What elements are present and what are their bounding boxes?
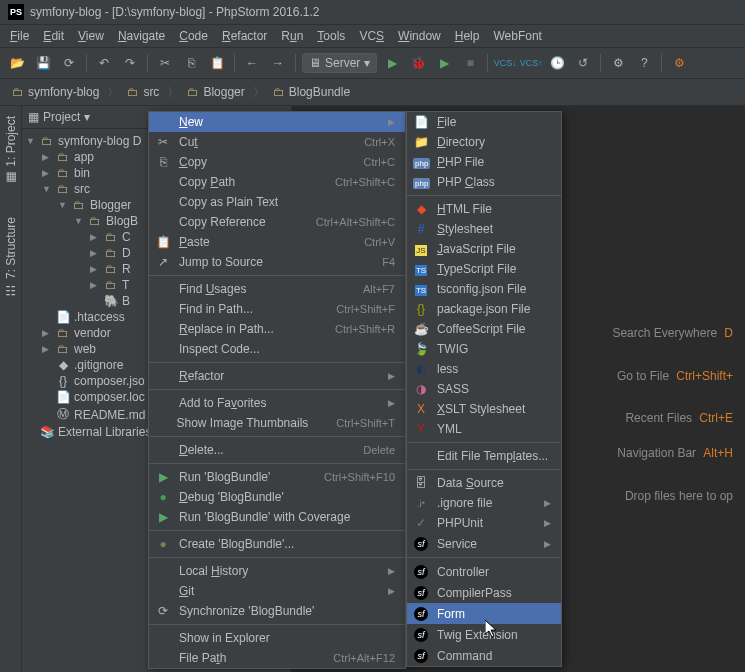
menu-item-command[interactable]: sfCommand [407,645,561,666]
menu-item-find-usages[interactable]: Find UsagesAlt+F7 [149,279,405,299]
undo-icon[interactable]: ↶ [93,52,115,74]
menu-item-jump-to-source[interactable]: ↗Jump to SourceF4 [149,252,405,272]
menu-item-service[interactable]: sfService▶ [407,533,561,554]
chevron-down-icon[interactable]: ▾ [84,110,90,124]
sync-icon[interactable]: ⟳ [58,52,80,74]
menu-item-twig[interactable]: 🍃TWIG [407,339,561,359]
new-submenu[interactable]: 📄File📁DirectoryphpPHP FilephpPHP Class◆H… [406,111,562,667]
menu-item-phpunit[interactable]: ✓PHPUnit▶ [407,513,561,533]
menu-item-synchronize-blogbundle[interactable]: ⟳Synchronize 'BlogBundle' [149,601,405,621]
menu-item-local-history[interactable]: Local History▶ [149,561,405,581]
save-icon[interactable]: 💾 [32,52,54,74]
vcs-revert-icon[interactable]: ↺ [572,52,594,74]
paste-icon[interactable]: 📋 [206,52,228,74]
menu-item-yml[interactable]: YYML [407,419,561,439]
settings-icon[interactable]: ⚙ [607,52,629,74]
open-icon[interactable]: 📂 [6,52,28,74]
breadcrumb-item[interactable]: 🗀Blogger [183,83,248,101]
context-menu[interactable]: New▶✂CutCtrl+X⎘CopyCtrl+CCopy PathCtrl+S… [148,111,406,669]
vcs-commit-icon[interactable]: VCS↑ [520,52,542,74]
menu-webfont[interactable]: WebFont [487,27,547,45]
menu-edit[interactable]: Edit [37,27,70,45]
menu-item-javascript-file[interactable]: JSJavaScript File [407,239,561,259]
menu-run[interactable]: Run [275,27,309,45]
menu-item-refactor[interactable]: Refactor▶ [149,366,405,386]
menu-item-replace-in-path[interactable]: Replace in Path...Ctrl+Shift+R [149,319,405,339]
structure-tool-tab[interactable]: ☷ 7: Structure [2,211,20,303]
copy-icon[interactable]: ⎘ [180,52,202,74]
menu-item-copy-path[interactable]: Copy PathCtrl+Shift+C [149,172,405,192]
menu-item-data-source[interactable]: 🗄Data Source [407,473,561,493]
help-icon[interactable]: ? [633,52,655,74]
menu-item-inspect-code[interactable]: Inspect Code... [149,339,405,359]
menu-item-form[interactable]: sfForm [407,603,561,624]
menu-item-typescript-file[interactable]: TSTypeScript File [407,259,561,279]
menu-file[interactable]: File [4,27,35,45]
tree-arrow-icon[interactable]: ▼ [74,216,84,226]
menu-item-html-file[interactable]: ◆HTML File [407,199,561,219]
cut-icon[interactable]: ✂ [154,52,176,74]
menu-item-coffeescript-file[interactable]: ☕CoffeeScript File [407,319,561,339]
tree-arrow-icon[interactable]: ▼ [26,136,36,146]
menu-item-directory[interactable]: 📁Directory [407,132,561,152]
menu-item-copy[interactable]: ⎘CopyCtrl+C [149,152,405,172]
breadcrumb-item[interactable]: 🗀BlogBundle [269,83,354,101]
menu-item-run-blogbundle-with-coverage[interactable]: ▶Run 'BlogBundle' with Coverage [149,507,405,527]
tree-arrow-icon[interactable]: ▶ [90,248,100,258]
tree-arrow-icon[interactable]: ▶ [90,232,100,242]
menu-item-cut[interactable]: ✂CutCtrl+X [149,132,405,152]
menu-item-package-json-file[interactable]: {}package.json File [407,299,561,319]
breadcrumb-item[interactable]: 🗀src [123,83,163,101]
menu-item-git[interactable]: Git▶ [149,581,405,601]
menu-item-debug-blogbundle[interactable]: ●Debug 'BlogBundle' [149,487,405,507]
menu-item-create-blogbundle[interactable]: ●Create 'BlogBundle'... [149,534,405,554]
menu-view[interactable]: View [72,27,110,45]
run-icon[interactable]: ▶ [381,52,403,74]
tree-arrow-icon[interactable]: ▶ [42,152,52,162]
stop-icon[interactable]: ■ [459,52,481,74]
tree-arrow-icon[interactable]: ▼ [58,200,68,210]
tree-arrow-icon[interactable]: ▶ [90,280,100,290]
debug-icon[interactable]: 🐞 [407,52,429,74]
forward-icon[interactable]: → [267,52,289,74]
webfont-icon[interactable]: ⚙ [668,52,690,74]
tree-arrow-icon[interactable]: ▶ [42,328,52,338]
menu-item-show-in-explorer[interactable]: Show in Explorer [149,628,405,648]
menu-item-copy-as-plain-text[interactable]: Copy as Plain Text [149,192,405,212]
menu-item-paste[interactable]: 📋PasteCtrl+V [149,232,405,252]
tree-arrow-icon[interactable]: ▶ [42,344,52,354]
menu-item-compilerpass[interactable]: sfCompilerPass [407,582,561,603]
tree-arrow-icon[interactable]: ▶ [42,168,52,178]
menu-item-delete[interactable]: Delete...Delete [149,440,405,460]
menu-item-xslt-stylesheet[interactable]: XXSLT Stylesheet [407,399,561,419]
menu-navigate[interactable]: Navigate [112,27,171,45]
menu-item-tsconfig-json-file[interactable]: TStsconfig.json File [407,279,561,299]
menu-item-stylesheet[interactable]: #Stylesheet [407,219,561,239]
menu-item-find-in-path[interactable]: Find in Path...Ctrl+Shift+F [149,299,405,319]
menu-code[interactable]: Code [173,27,214,45]
menu-item-less[interactable]: ◐less [407,359,561,379]
vcs-update-icon[interactable]: VCS↓ [494,52,516,74]
menu-vcs[interactable]: VCS [353,27,390,45]
menu-tools[interactable]: Tools [311,27,351,45]
run-configuration-dropdown[interactable]: 🖥 Server ▾ [302,53,377,73]
menu-item-show-image-thumbnails[interactable]: Show Image ThumbnailsCtrl+Shift+T [149,413,405,433]
menu-item-file-path[interactable]: File PathCtrl+Alt+F12 [149,648,405,668]
menu-item-php-class[interactable]: phpPHP Class [407,172,561,192]
menu-item-ignore-file[interactable]: .i*.ignore file▶ [407,493,561,513]
menu-item-file[interactable]: 📄File [407,112,561,132]
menu-help[interactable]: Help [449,27,486,45]
menu-item-copy-reference[interactable]: Copy ReferenceCtrl+Alt+Shift+C [149,212,405,232]
tree-arrow-icon[interactable]: ▶ [90,264,100,274]
menu-item-add-to-favorites[interactable]: Add to Favorites▶ [149,393,405,413]
project-tool-tab[interactable]: ▦ 1: Project [2,110,20,191]
vcs-history-icon[interactable]: 🕒 [546,52,568,74]
menu-item-new[interactable]: New▶ [149,112,405,132]
menu-item-twig-extension[interactable]: sfTwig Extension [407,624,561,645]
coverage-icon[interactable]: ▶ [433,52,455,74]
back-icon[interactable]: ← [241,52,263,74]
menu-item-controller[interactable]: sfController [407,561,561,582]
breadcrumb-item[interactable]: 🗀symfony-blog [8,83,103,101]
menu-item-sass[interactable]: ◑SASS [407,379,561,399]
menu-window[interactable]: Window [392,27,447,45]
